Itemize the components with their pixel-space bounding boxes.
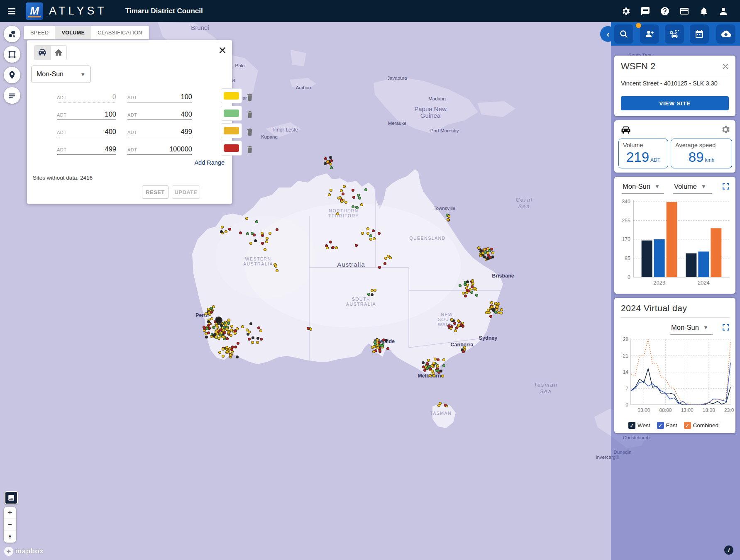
adt-input[interactable]: ADT100 xyxy=(127,93,192,102)
traffic-site-dot[interactable] xyxy=(437,404,440,407)
traffic-site-dot[interactable] xyxy=(431,364,434,367)
range-color-swatch[interactable] xyxy=(221,106,242,121)
traffic-site-dot[interactable] xyxy=(226,350,229,353)
traffic-site-dot[interactable] xyxy=(222,355,225,358)
traffic-site-dot[interactable] xyxy=(207,308,210,311)
atlyst-logo[interactable]: M xyxy=(26,2,43,20)
tab-volume[interactable]: VOLUME xyxy=(55,26,91,39)
traffic-site-dot[interactable] xyxy=(236,355,239,358)
traffic-site-dot[interactable] xyxy=(205,312,208,315)
traffic-site-dot[interactable] xyxy=(457,319,460,322)
traffic-site-dot[interactable] xyxy=(264,248,266,251)
trash-icon[interactable] xyxy=(246,127,254,136)
traffic-site-dot[interactable] xyxy=(225,328,228,331)
traffic-site-dot[interactable] xyxy=(335,246,338,249)
bar-day-select[interactable]: Mon-Sun▼ xyxy=(622,183,664,194)
settings-icon[interactable] xyxy=(621,6,631,16)
mapbox-attribution[interactable]: ✦ mapbox xyxy=(4,547,44,556)
collapse-panel-button[interactable]: ‹ xyxy=(600,26,616,42)
tab-speed[interactable]: SPEED xyxy=(24,26,55,39)
traffic-site-dot[interactable] xyxy=(355,244,358,247)
search-tool-button[interactable] xyxy=(614,24,633,44)
traffic-site-dot[interactable] xyxy=(251,341,254,344)
traffic-site-dot[interactable] xyxy=(357,194,360,197)
traffic-site-dot[interactable] xyxy=(496,305,498,308)
traffic-site-dot[interactable] xyxy=(222,348,225,351)
traffic-site-dot[interactable] xyxy=(427,359,430,362)
virtual-day-select[interactable]: Mon-Sun▼ xyxy=(670,324,713,335)
traffic-site-dot[interactable] xyxy=(225,346,228,349)
traffic-site-dot[interactable] xyxy=(426,362,429,365)
traffic-site-dot[interactable] xyxy=(206,327,209,330)
traffic-site-dot[interactable] xyxy=(326,160,329,163)
adt-input[interactable]: ADT100 xyxy=(57,110,116,120)
traffic-site-dot[interactable] xyxy=(361,232,364,235)
account-icon[interactable] xyxy=(718,6,728,16)
card-icon[interactable] xyxy=(679,6,689,16)
traffic-site-dot[interactable] xyxy=(230,329,233,331)
zoom-in-button[interactable]: + xyxy=(4,507,16,519)
traffic-site-dot[interactable] xyxy=(500,308,503,311)
traffic-site-dot[interactable] xyxy=(494,311,497,314)
traffic-site-dot[interactable] xyxy=(450,318,453,321)
close-icon[interactable] xyxy=(218,46,227,55)
filter-tool-button[interactable] xyxy=(4,87,20,104)
traffic-site-dot[interactable] xyxy=(471,285,474,288)
traffic-site-dot[interactable] xyxy=(367,293,370,296)
traffic-site-dot[interactable] xyxy=(329,241,332,243)
reset-button[interactable]: RESET xyxy=(142,185,169,199)
traffic-site-dot[interactable] xyxy=(237,342,239,345)
traffic-site-dot[interactable] xyxy=(466,284,469,287)
calendar-tool-button[interactable] xyxy=(690,24,709,44)
traffic-site-dot[interactable] xyxy=(462,350,465,353)
adt-input[interactable]: ADT499 xyxy=(127,128,192,137)
traffic-site-dot[interactable] xyxy=(487,309,490,312)
traffic-site-dot[interactable] xyxy=(381,344,383,347)
traffic-site-dot[interactable] xyxy=(475,294,478,297)
traffic-site-dot[interactable] xyxy=(366,232,369,235)
legend-item-combined[interactable]: ✓Combined xyxy=(684,422,719,429)
traffic-site-dot[interactable] xyxy=(207,331,210,334)
zoom-out-button[interactable]: − xyxy=(4,519,16,531)
adt-input[interactable]: ADT499 xyxy=(57,145,116,155)
traffic-site-dot[interactable] xyxy=(444,404,447,407)
cluster-tool-button[interactable] xyxy=(4,26,20,42)
traffic-site-dot[interactable] xyxy=(360,203,363,206)
gear-icon[interactable] xyxy=(720,124,730,134)
traffic-site-dot[interactable] xyxy=(471,279,474,282)
traffic-site-dot[interactable] xyxy=(358,197,361,200)
traffic-site-dot[interactable] xyxy=(307,327,310,330)
view-site-button[interactable]: VIEW SITE xyxy=(621,96,729,110)
adt-input[interactable]: ADT400 xyxy=(127,110,192,120)
transport-modes-tool-button[interactable] xyxy=(665,24,684,44)
selected-site-marker[interactable] xyxy=(215,317,222,324)
menu-icon[interactable] xyxy=(7,6,17,16)
traffic-site-dot[interactable] xyxy=(459,284,462,287)
legend-item-east[interactable]: ✓East xyxy=(657,422,677,429)
select-area-tool-button[interactable] xyxy=(4,46,20,63)
traffic-site-dot[interactable] xyxy=(227,319,230,321)
chat-icon[interactable] xyxy=(640,6,650,16)
traffic-site-dot[interactable] xyxy=(248,338,251,341)
range-color-swatch[interactable] xyxy=(221,141,242,156)
traffic-site-dot[interactable] xyxy=(434,358,437,360)
add-range-link[interactable]: Add Range xyxy=(194,159,225,166)
traffic-site-dot[interactable] xyxy=(474,287,476,290)
traffic-site-dot[interactable] xyxy=(379,349,381,352)
trash-icon[interactable] xyxy=(246,93,254,102)
traffic-site-dot[interactable] xyxy=(222,335,225,338)
traffic-site-dot[interactable] xyxy=(239,231,242,234)
attribution-info-button[interactable]: i xyxy=(724,545,733,555)
traffic-site-dot[interactable] xyxy=(422,361,425,364)
checkbox-checked-icon[interactable]: ✓ xyxy=(628,422,635,429)
legend-item-west[interactable]: ✓West xyxy=(628,422,650,429)
traffic-site-dot[interactable] xyxy=(429,374,432,377)
traffic-site-dot[interactable] xyxy=(373,237,376,240)
traffic-site-dot[interactable] xyxy=(491,256,494,258)
traffic-site-dot[interactable] xyxy=(490,306,493,309)
traffic-site-dot[interactable] xyxy=(457,324,460,326)
traffic-site-dot[interactable] xyxy=(386,347,389,350)
adt-input[interactable]: ADT100000 xyxy=(127,145,192,155)
trash-icon[interactable] xyxy=(246,145,254,154)
traffic-site-dot[interactable] xyxy=(205,336,208,338)
